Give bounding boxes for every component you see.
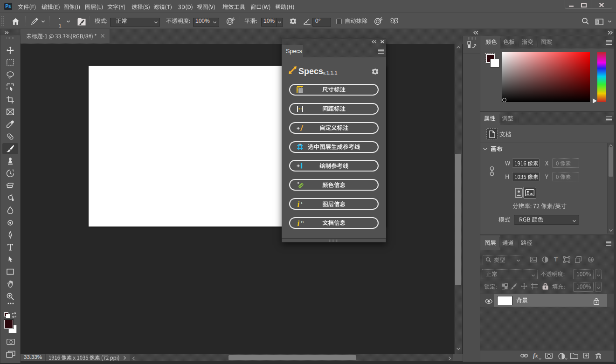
svg-text:D: D: [301, 220, 304, 224]
svg-text:i: i: [298, 220, 300, 227]
svg-text:i: i: [298, 200, 300, 207]
svg-text:L: L: [301, 201, 304, 205]
